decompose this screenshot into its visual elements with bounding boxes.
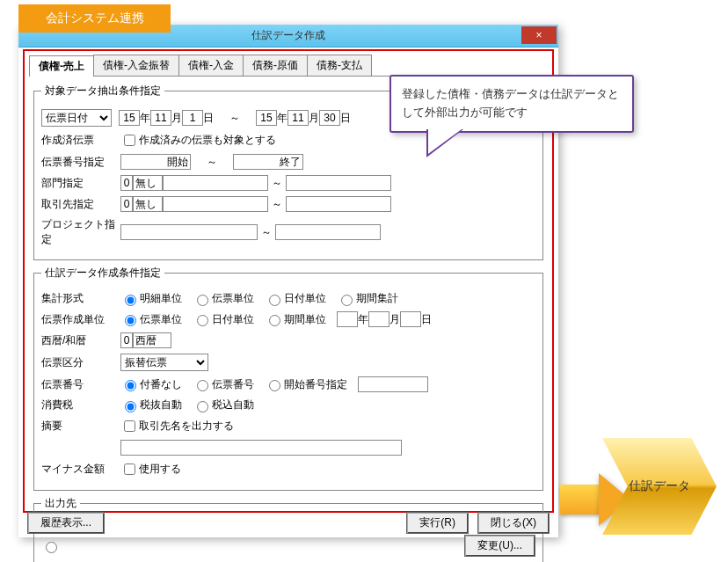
tax-excl-radio[interactable]: 税抜自動 (120, 398, 182, 412)
partner-name[interactable] (133, 196, 163, 212)
unit-period-radio[interactable]: 期間単位 (265, 312, 326, 327)
conditions-legend: 対象データ抽出条件指定 (41, 84, 164, 99)
partner-code[interactable] (120, 196, 133, 212)
tab-strip: 債権-売上 債権-入金振替 債権-入金 債務-原価 債務-支払 (25, 53, 552, 76)
agg-label: 集計形式 (41, 291, 120, 306)
history-button[interactable]: 履歴表示... (27, 512, 105, 534)
creation-group: 仕訳データ作成条件指定 集計形式 明細単位 伝票単位 日付単位 期間集計 伝票作… (33, 266, 543, 491)
month-to[interactable] (288, 110, 309, 126)
change-button[interactable]: 変更(U)... (464, 535, 535, 557)
slipno-end[interactable] (233, 154, 303, 170)
tax-label: 消費税 (41, 398, 120, 412)
day-to[interactable] (319, 110, 340, 126)
sn-slip-radio[interactable]: 伝票番号 (193, 377, 254, 392)
close-button[interactable]: 閉じる(X) (477, 512, 550, 534)
agg-date-radio[interactable]: 日付単位 (265, 291, 326, 306)
year-from[interactable] (119, 110, 140, 126)
partner-label: 取引先指定 (41, 197, 120, 212)
tab-body: 対象データ抽出条件指定 伝票日付 年 月 日 ～ 年 月 (29, 76, 548, 562)
run-button[interactable]: 実行(R) (406, 512, 469, 534)
year-label: 年 (140, 111, 150, 126)
slipno-start[interactable] (120, 154, 191, 170)
day-from[interactable] (182, 110, 203, 126)
dept-range-from[interactable] (163, 175, 268, 191)
callout-tail-icon (426, 129, 463, 157)
project-from[interactable] (120, 224, 258, 240)
minus-check[interactable]: 使用する (120, 461, 181, 478)
callout-bubble: 登録した債権・債務データは仕訳データとして外部出力が可能です (389, 75, 634, 133)
sn-start-radio[interactable]: 開始番号指定 (265, 377, 347, 392)
tab-receipt[interactable]: 債権-入金 (178, 55, 244, 76)
era-label: 西暦/和暦 (41, 333, 120, 348)
include-created-check[interactable]: 作成済みの伝票も対象とする (120, 132, 276, 149)
tax-incl-radio[interactable]: 税込自動 (193, 398, 254, 412)
dept-code[interactable] (120, 175, 133, 191)
project-label: プロジェクト指定 (41, 217, 120, 247)
slipno-label: 伝票番号指定 (41, 155, 120, 170)
summary-label: 摘要 (41, 419, 120, 434)
tab-sales[interactable]: 債権-売上 (29, 55, 94, 77)
tab-payment[interactable]: 債務-支払 (307, 55, 372, 76)
unit-year[interactable] (337, 311, 358, 327)
partner-range-from[interactable] (163, 196, 268, 212)
dept-range-to[interactable] (286, 175, 391, 191)
creation-legend: 仕訳データ作成条件指定 (41, 266, 164, 281)
tab-receipt-transfer[interactable]: 債権-入金振替 (93, 55, 179, 76)
year-to[interactable] (256, 110, 277, 126)
unit-slip-radio[interactable]: 伝票単位 (120, 312, 182, 327)
sn-start-input[interactable] (358, 376, 428, 392)
summary-check[interactable]: 取引先名を出力する (120, 418, 234, 434)
unit-month[interactable] (368, 311, 389, 327)
date-type-select[interactable]: 伝票日付 (41, 109, 112, 127)
slipkind-label: 伝票区分 (41, 355, 120, 370)
output-legend: 出力先 (41, 496, 80, 511)
month-from[interactable] (150, 110, 171, 126)
agg-slip-radio[interactable]: 伝票単位 (193, 291, 254, 306)
unit-day[interactable] (400, 311, 421, 327)
project-to[interactable] (275, 224, 381, 240)
sn-none-radio[interactable]: 付番なし (120, 377, 182, 392)
partner-range-to[interactable] (286, 196, 391, 212)
tab-cost[interactable]: 債務-原価 (243, 55, 308, 76)
banner-title: 会計システム連携 (18, 4, 171, 33)
created-label: 作成済伝票 (41, 133, 120, 148)
close-icon[interactable]: × (521, 26, 557, 44)
unit-date-radio[interactable]: 日付単位 (193, 312, 254, 327)
out-other-radio[interactable] (41, 539, 61, 553)
dept-name[interactable] (133, 175, 163, 191)
era-text[interactable] (133, 332, 171, 348)
agg-detail-radio[interactable]: 明細単位 (120, 291, 182, 306)
slipkind-select[interactable]: 振替伝票 (120, 354, 208, 371)
tilde: ～ (229, 111, 240, 126)
slipno2-label: 伝票番号 (41, 377, 120, 392)
bottom-bar: 履歴表示... 実行(R) 閉じる(X) (18, 512, 558, 534)
day-label: 日 (203, 111, 214, 126)
era-code[interactable] (120, 332, 133, 348)
summary-input[interactable] (120, 440, 402, 456)
agg-period-radio[interactable]: 期間集計 (337, 291, 398, 306)
dept-label: 部門指定 (41, 176, 120, 191)
month-label: 月 (171, 111, 182, 126)
minus-label: マイナス金額 (41, 462, 120, 477)
unit-label: 伝票作成単位 (41, 312, 120, 327)
output-chevron: 仕訳データ (602, 438, 717, 535)
